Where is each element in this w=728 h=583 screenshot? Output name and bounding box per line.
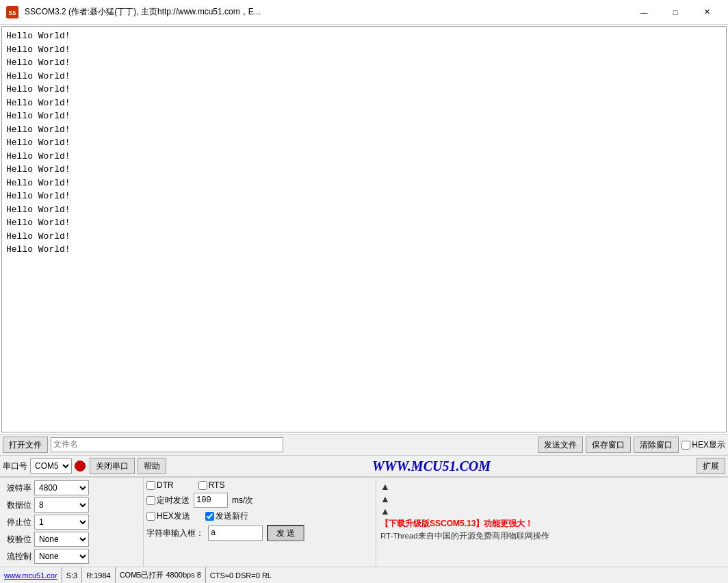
info-rtthread-text: RT-Thread来自中国的开源免费商用物联网操作	[380, 531, 724, 541]
dtr-checkbox[interactable]	[146, 481, 155, 490]
bottom-panel: 波特率 4800 1200 2400 9600 19200 38400 5760…	[0, 476, 728, 567]
terminal-line: Hello World!	[6, 243, 722, 257]
dtr-rts-row: DTR RTS	[146, 480, 373, 490]
timer-send-checkbox[interactable]	[146, 496, 155, 505]
new-line-group: 发送新行	[205, 510, 248, 522]
terminal-line: Hello World!	[6, 190, 722, 203]
terminal-line: Hello World!	[6, 83, 722, 96]
clear-window-button[interactable]: 清除窗口	[634, 437, 679, 453]
terminal-line: Hello World!	[6, 43, 722, 57]
parity-label: 校验位	[3, 534, 31, 545]
status-website[interactable]: www.mcu51.cor	[0, 567, 62, 583]
hex-display-checkbox[interactable]	[681, 441, 690, 450]
info-arrows: ▲▲▲	[380, 480, 724, 518]
terminal-line: Hello World!	[6, 230, 722, 244]
status-sent: S:3	[62, 567, 83, 583]
send-button[interactable]: 发 送	[267, 525, 304, 541]
window-title: SSCOM3.2 (作者:聂小猛(丁丁), 主页http://www.mcu51…	[25, 6, 628, 18]
title-bar: SS SSCOM3.2 (作者:聂小猛(丁丁), 主页http://www.mc…	[0, 0, 728, 25]
parity-select[interactable]: None Odd Even Mark Space	[34, 532, 89, 547]
status-com: COM5已打开 4800bps 8	[116, 567, 206, 583]
flow-select[interactable]: None Hardware Software	[34, 549, 89, 564]
mcu-brand: WWW.MCU51.COM	[372, 458, 491, 474]
terminal-line: Hello World!	[6, 136, 722, 150]
dtr-label: DTR	[157, 480, 174, 490]
hex-send-checkbox[interactable]	[146, 512, 155, 521]
flow-setting: 流控制 None Hardware Software	[3, 549, 140, 564]
app-icon: SS	[5, 5, 19, 19]
rts-label: RTS	[209, 480, 225, 490]
timer-value-input[interactable]	[194, 493, 228, 508]
status-received: R:1984	[82, 567, 115, 583]
status-bar: www.mcu51.cor S:3 R:1984 COM5已打开 4800bps…	[0, 567, 728, 583]
toolbar-row-2: 串口号 COM5 关闭串口 帮助 WWW.MCU51.COM 扩展	[0, 455, 728, 476]
timer-unit-label: ms/次	[232, 495, 253, 506]
baud-rate-setting: 波特率 4800 1200 2400 9600 19200 38400 5760…	[3, 480, 140, 495]
right-info-panel: ▲▲▲ 【下载升级版SSCOM5.13】功能更强大！ RT-Thread来自中国…	[376, 478, 728, 567]
data-bits-label: 数据位	[3, 500, 31, 511]
terminal-line: Hello World!	[6, 70, 722, 83]
maximize-button[interactable]: □	[660, 1, 691, 23]
close-port-button[interactable]: 关闭串口	[90, 458, 135, 474]
dtr-group: DTR	[146, 480, 174, 490]
rts-group: RTS	[198, 480, 225, 490]
stop-bits-select[interactable]: 1 1.5 2	[34, 515, 89, 530]
port-indicator	[75, 461, 86, 471]
parity-setting: 校验位 None Odd Even Mark Space	[3, 532, 140, 547]
terminal-line: Hello World!	[6, 56, 722, 70]
close-button[interactable]: ✕	[691, 1, 723, 23]
terminal-line: Hello World!	[6, 177, 722, 190]
new-line-label: 发送新行	[216, 510, 248, 522]
terminal-line: Hello World!	[6, 216, 722, 230]
minimize-button[interactable]: —	[628, 1, 660, 23]
toolbar-row-1: 打开文件 发送文件 保存窗口 清除窗口 HEX显示	[0, 434, 728, 455]
expand-button[interactable]: 扩展	[697, 458, 725, 474]
left-settings: 波特率 4800 1200 2400 9600 19200 38400 5760…	[0, 478, 144, 567]
terminal-line: Hello World!	[6, 150, 722, 164]
svg-text:SS: SS	[9, 10, 16, 17]
help-button[interactable]: 帮助	[138, 458, 166, 474]
terminal-line: Hello World!	[6, 29, 722, 43]
timer-send-group: 定时发送	[146, 495, 190, 506]
hex-send-group: HEX发送	[146, 510, 190, 522]
terminal-line: Hello World!	[6, 109, 722, 123]
terminal-line: Hello World!	[6, 203, 722, 217]
terminal-line: Hello World!	[6, 163, 722, 177]
terminal-line: Hello World!	[6, 96, 722, 110]
baud-rate-label: 波特率	[3, 482, 31, 494]
hex-newline-row: HEX发送 发送新行	[146, 510, 373, 522]
send-file-button[interactable]: 发送文件	[538, 437, 583, 453]
stop-bits-setting: 停止位 1 1.5 2	[3, 515, 140, 530]
timer-send-row: 定时发送 ms/次	[146, 493, 373, 508]
char-input-field[interactable]	[208, 526, 263, 541]
save-window-button[interactable]: 保存窗口	[586, 437, 631, 453]
main-area: Hello World!Hello World!Hello World!Hell…	[0, 25, 728, 583]
port-select[interactable]: COM5	[30, 458, 72, 474]
char-input-label: 字符串输入框：	[146, 528, 204, 539]
status-cts-dsr: CTS≈0 DSR=0 RL	[206, 567, 276, 583]
settings-row: 波特率 4800 1200 2400 9600 19200 38400 5760…	[0, 477, 728, 567]
new-line-checkbox[interactable]	[205, 512, 214, 521]
timer-send-label: 定时发送	[157, 495, 190, 506]
flow-label: 流控制	[3, 551, 31, 562]
data-bits-setting: 数据位 8 5 6 7	[3, 497, 140, 513]
terminal-line: Hello World!	[6, 123, 722, 137]
baud-rate-select[interactable]: 4800 1200 2400 9600 19200 38400 57600 11…	[34, 480, 89, 495]
terminal-output[interactable]: Hello World!Hello World!Hello World!Hell…	[1, 26, 727, 432]
hex-send-label: HEX发送	[157, 510, 190, 522]
hex-display-label: HEX显示	[692, 439, 725, 451]
hex-display-group: HEX显示	[681, 439, 725, 451]
port-label: 串口号	[3, 461, 27, 472]
open-file-button[interactable]: 打开文件	[3, 437, 48, 453]
rts-checkbox[interactable]	[198, 481, 207, 490]
info-download-text: 【下载升级版SSCOM5.13】功能更强大！	[380, 518, 724, 530]
char-input-row: 字符串输入框： 发 送	[146, 525, 373, 541]
data-bits-select[interactable]: 8 5 6 7	[34, 497, 89, 513]
file-name-input[interactable]	[51, 437, 283, 452]
stop-bits-label: 停止位	[3, 517, 31, 528]
mid-settings: DTR RTS 定时发送 ms/次	[144, 478, 376, 567]
